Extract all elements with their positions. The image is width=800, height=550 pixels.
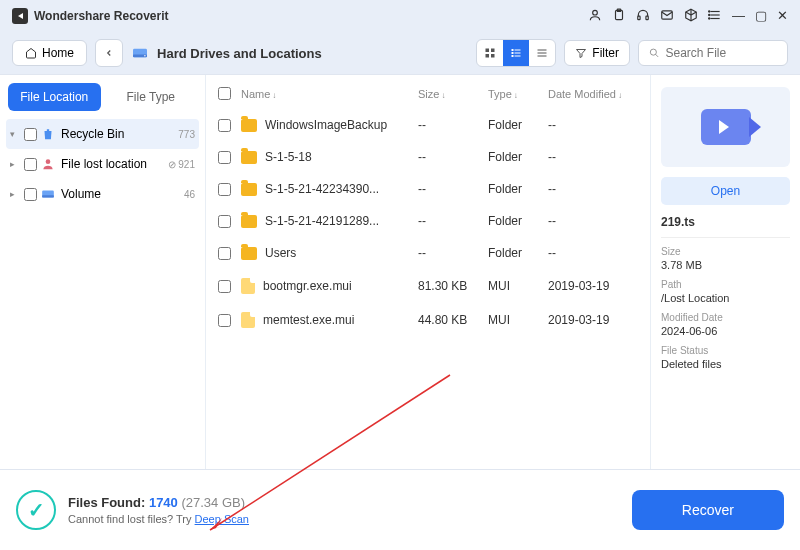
- titlebar: Wondershare Recoverit — ▢ ✕: [0, 0, 800, 32]
- tree-checkbox[interactable]: [24, 158, 37, 171]
- table-row[interactable]: memtest.exe.mui44.80 KBMUI2019-03-19: [218, 303, 638, 337]
- caret-icon: ▸: [10, 159, 20, 169]
- header-date[interactable]: Date Modified↓: [548, 88, 638, 100]
- tab-file-type[interactable]: File Type: [105, 83, 198, 111]
- folder-icon: [241, 183, 257, 196]
- clipboard-icon[interactable]: [612, 8, 626, 25]
- headset-icon[interactable]: [636, 8, 650, 25]
- row-size: 81.30 KB: [418, 279, 488, 293]
- folder-icon: [241, 215, 257, 228]
- breadcrumb-label: Hard Drives and Locations: [157, 46, 322, 61]
- recover-button[interactable]: Recover: [632, 490, 784, 530]
- table-headers: Name↓ Size↓ Type↓ Date Modified↓: [218, 83, 638, 109]
- deep-scan-link[interactable]: Deep Scan: [195, 513, 249, 525]
- close-icon[interactable]: ✕: [777, 8, 788, 25]
- row-size: --: [418, 246, 488, 260]
- row-type: Folder: [488, 214, 548, 228]
- svg-rect-18: [491, 54, 495, 58]
- user-badge-icon: [41, 157, 55, 171]
- view-grid-button[interactable]: [477, 40, 503, 66]
- row-date: --: [548, 150, 638, 164]
- file-list-panel: Name↓ Size↓ Type↓ Date Modified↓ Windows…: [206, 75, 650, 469]
- sidebar: File Location File Type ▾ Recycle Bin 77…: [0, 75, 206, 469]
- row-type: MUI: [488, 279, 548, 293]
- row-checkbox[interactable]: [218, 215, 231, 228]
- row-size: --: [418, 214, 488, 228]
- svg-point-14: [144, 55, 145, 56]
- video-icon: [701, 109, 751, 145]
- svg-point-11: [709, 17, 710, 18]
- view-details-button[interactable]: [529, 40, 555, 66]
- filter-button[interactable]: Filter: [564, 40, 630, 66]
- filter-icon: [575, 47, 587, 59]
- svg-rect-22: [515, 53, 521, 54]
- main-area: File Location File Type ▾ Recycle Bin 77…: [0, 74, 800, 470]
- row-type: Folder: [488, 150, 548, 164]
- svg-rect-15: [486, 49, 490, 53]
- row-checkbox[interactable]: [218, 247, 231, 260]
- row-name: WindowsImageBackup: [265, 118, 418, 132]
- row-date: --: [548, 118, 638, 132]
- minimize-icon[interactable]: —: [732, 8, 745, 25]
- mail-icon[interactable]: [660, 8, 674, 25]
- caret-icon: ▾: [10, 129, 20, 139]
- table-row[interactable]: S-1-5-18--Folder--: [218, 141, 638, 173]
- svg-rect-19: [512, 49, 514, 51]
- location-tree: ▾ Recycle Bin 773 ▸ File lost location ⊘…: [0, 119, 205, 209]
- file-icon: [241, 278, 255, 294]
- row-name: S-1-5-21-42191289...: [265, 214, 418, 228]
- row-name: S-1-5-18: [265, 150, 418, 164]
- header-type[interactable]: Type↓: [488, 88, 548, 100]
- tree-checkbox[interactable]: [24, 188, 37, 201]
- svg-rect-32: [42, 195, 54, 197]
- tree-item-lost-location[interactable]: ▸ File lost location ⊘ 921: [6, 149, 199, 179]
- folder-icon: [241, 119, 257, 132]
- table-row[interactable]: Users--Folder--: [218, 237, 638, 269]
- row-type: Folder: [488, 246, 548, 260]
- preview-thumbnail: [661, 87, 790, 167]
- tab-file-location[interactable]: File Location: [8, 83, 101, 111]
- tree-checkbox[interactable]: [24, 128, 37, 141]
- row-name: Users: [265, 246, 418, 260]
- maximize-icon[interactable]: ▢: [755, 8, 767, 25]
- folder-icon: [241, 151, 257, 164]
- row-name: memtest.exe.mui: [263, 313, 418, 327]
- row-size: --: [418, 182, 488, 196]
- menu-icon[interactable]: [708, 8, 722, 25]
- svg-rect-16: [491, 49, 495, 53]
- open-button[interactable]: Open: [661, 177, 790, 205]
- row-checkbox[interactable]: [218, 280, 231, 293]
- row-checkbox[interactable]: [218, 183, 231, 196]
- row-date: 2019-03-19: [548, 279, 638, 293]
- row-checkbox[interactable]: [218, 119, 231, 132]
- search-box[interactable]: [638, 40, 788, 66]
- user-icon[interactable]: [588, 8, 602, 25]
- file-icon: [241, 312, 255, 328]
- view-list-button[interactable]: [503, 40, 529, 66]
- svg-rect-21: [512, 52, 514, 54]
- row-type: Folder: [488, 118, 548, 132]
- footer: ✓ Files Found: 1740 (27.34 GB) Cannot fi…: [0, 470, 800, 550]
- row-date: 2019-03-19: [548, 313, 638, 327]
- home-button[interactable]: Home: [12, 40, 87, 66]
- svg-point-30: [46, 159, 51, 164]
- back-button[interactable]: [95, 39, 123, 67]
- row-checkbox[interactable]: [218, 314, 231, 327]
- table-row[interactable]: bootmgr.exe.mui81.30 KBMUI2019-03-19: [218, 269, 638, 303]
- row-checkbox[interactable]: [218, 151, 231, 164]
- select-all-checkbox[interactable]: [218, 87, 231, 100]
- header-size[interactable]: Size↓: [418, 88, 488, 100]
- cube-icon[interactable]: [684, 8, 698, 25]
- table-row[interactable]: S-1-5-21-42191289...--Folder--: [218, 205, 638, 237]
- success-icon: ✓: [16, 490, 56, 530]
- trash-icon: [41, 127, 55, 141]
- table-row[interactable]: WindowsImageBackup--Folder--: [218, 109, 638, 141]
- tree-item-volume[interactable]: ▸ Volume 46: [6, 179, 199, 209]
- table-row[interactable]: S-1-5-21-42234390...--Folder--: [218, 173, 638, 205]
- row-size: --: [418, 150, 488, 164]
- header-name[interactable]: Name↓: [241, 88, 418, 100]
- files-found-text: Files Found: 1740 (27.34 GB): [68, 495, 249, 510]
- search-input[interactable]: [665, 46, 777, 60]
- caret-icon: ▸: [10, 189, 20, 199]
- tree-item-recycle-bin[interactable]: ▾ Recycle Bin 773: [6, 119, 199, 149]
